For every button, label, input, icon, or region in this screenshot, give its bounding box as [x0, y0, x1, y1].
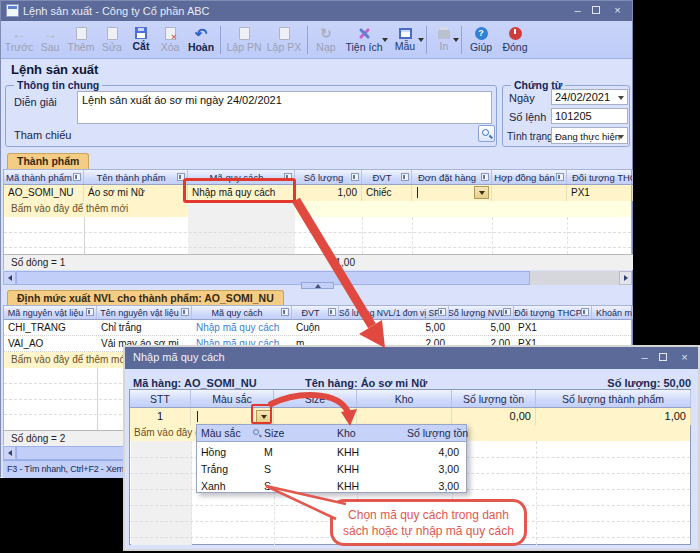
col-header[interactable]: Kho: [357, 390, 452, 407]
cell-cost-object[interactable]: PX1: [567, 185, 633, 201]
toolbar-print-button[interactable]: In: [430, 22, 458, 58]
scroll-left-icon[interactable]: [3, 446, 16, 460]
toolbar-delete-button[interactable]: Xóa: [155, 22, 185, 58]
popup-maximize-icon[interactable]: [659, 353, 667, 361]
cell-stt[interactable]: 1: [130, 408, 191, 425]
description-field[interactable]: Lệnh sản xuất áo sơ mi ngày 24/02/2021: [77, 91, 492, 124]
tab-products[interactable]: Thành phẩm: [7, 153, 89, 169]
column-icon[interactable]: [556, 173, 564, 181]
scroll-left-icon[interactable]: [3, 271, 16, 285]
products-summary-qty: 1,00: [295, 257, 355, 268]
col-header[interactable]: Tên thành phẩm: [84, 170, 188, 184]
column-icon[interactable]: [401, 173, 409, 181]
col-header[interactable]: Đơn đặt hàng: [412, 170, 492, 184]
col-header[interactable]: Số lượng NVL/1 đơn vị SP: [339, 306, 449, 319]
column-icon[interactable]: [503, 308, 511, 316]
col-header[interactable]: Size: [274, 390, 357, 407]
cell-stock-qty[interactable]: 0,00: [452, 408, 536, 425]
cell-unit[interactable]: Cuộn: [292, 320, 339, 335]
dd-col-kho[interactable]: Kho: [337, 427, 356, 439]
col-header[interactable]: Khoản m: [592, 306, 633, 319]
annotation-callout: Chọn mã quy cách trong danh sách hoặc tự…: [330, 499, 527, 546]
toolbar-add-button[interactable]: Thêm: [65, 22, 97, 58]
order-no-field[interactable]: 101205: [551, 108, 628, 124]
cell-material-code[interactable]: VAI_AO: [4, 336, 97, 351]
scroll-right-icon[interactable]: [619, 271, 632, 285]
cell-size[interactable]: [274, 408, 357, 425]
column-icon[interactable]: [581, 308, 589, 316]
tab-materials[interactable]: Định mức xuất NVL cho thành phẩm: AO_SOM…: [7, 290, 284, 305]
cell-unit[interactable]: Chiếc: [362, 185, 412, 201]
main-window-title: Lệnh sản xuất - Công ty Cổ phần ABC: [23, 5, 210, 17]
status-field[interactable]: Đang thực hiện: [551, 127, 628, 144]
text-cursor: [197, 411, 198, 422]
cell-contract[interactable]: [492, 185, 567, 201]
maximize-icon[interactable]: [592, 6, 600, 14]
cell-qty-per-unit[interactable]: 5,00: [339, 320, 449, 335]
col-header[interactable]: Hợp đồng bán: [492, 170, 567, 184]
cell-product-qty[interactable]: 1,00: [536, 408, 691, 425]
toolbar-lap-pn-button[interactable]: Lập PN: [224, 22, 264, 58]
toolbar-utilities-button[interactable]: Tiện ích: [341, 22, 387, 58]
col-header[interactable]: ĐVT: [292, 306, 339, 319]
col-header[interactable]: Mã quy cách: [192, 306, 292, 319]
column-icon[interactable]: [351, 173, 359, 181]
cell-order[interactable]: [412, 185, 492, 201]
date-field[interactable]: 24/02/2021: [551, 89, 628, 105]
toolbar-help-button[interactable]: ?Giúp: [465, 22, 497, 58]
dd-col-color[interactable]: Màu sắc: [201, 427, 241, 439]
delete-page-icon: [165, 27, 176, 40]
col-header[interactable]: Số lượng: [295, 170, 362, 184]
popup-minimize-icon[interactable]: –: [639, 352, 650, 363]
cell-qty[interactable]: 5,00: [449, 320, 514, 335]
col-header[interactable]: Mã thành phẩm: [4, 170, 84, 184]
toolbar-save-button[interactable]: Cắt: [127, 22, 155, 58]
toolbar-edit-button[interactable]: Sửa: [97, 22, 127, 58]
toolbar-forward-button[interactable]: →Sau: [35, 22, 65, 58]
col-header[interactable]: STT: [130, 390, 191, 407]
minimize-icon[interactable]: –: [572, 5, 583, 16]
col-header[interactable]: Tên nguyên vật liệu: [97, 306, 192, 319]
toolbar-close-button[interactable]: Đóng: [497, 22, 533, 58]
toolbar-lap-px-button[interactable]: Lập PX: [264, 22, 304, 58]
add-row-label: Bấm vào đây để thêm mới: [11, 203, 128, 214]
pin-icon[interactable]: [73, 173, 81, 181]
cell-material-name[interactable]: Chỉ trắng: [97, 320, 192, 335]
products-add-row[interactable]: Bấm vào đây để thêm mới: [4, 201, 631, 217]
chevron-down-icon: [618, 135, 624, 139]
products-row-count: Số dòng = 1: [11, 257, 65, 268]
column-icon[interactable]: [86, 308, 94, 316]
reference-lookup-button[interactable]: [478, 125, 495, 142]
dd-col-stock[interactable]: Số lượng tồn: [407, 427, 468, 439]
cell-material-code[interactable]: CHI_TRANG: [4, 320, 97, 335]
scrollbar-thumb[interactable]: [16, 271, 530, 285]
popup-close-icon[interactable]: ×: [679, 352, 690, 363]
cell-cost-object[interactable]: PX1: [514, 320, 592, 335]
dd-col-size[interactable]: Size: [264, 427, 284, 439]
order-dropdown-button[interactable]: [474, 186, 489, 199]
main-title-bar: Lệnh sản xuất - Công ty Cổ phần ABC – ×: [1, 1, 632, 21]
col-header[interactable]: Mã nguyên vật liệu: [4, 306, 97, 319]
column-icon[interactable]: [281, 308, 289, 316]
close-icon[interactable]: ×: [612, 5, 623, 16]
col-header[interactable]: Số lượng thành phẩm: [536, 390, 691, 407]
toolbar-template-button[interactable]: Mẫu: [387, 22, 423, 58]
toolbar-back-button[interactable]: ←Trước: [3, 22, 35, 58]
col-header[interactable]: Đối tượng THCP: [567, 170, 633, 184]
cell-product-code[interactable]: AO_SOMI_NU: [4, 185, 84, 201]
column-icon[interactable]: [481, 173, 489, 181]
cell-quantity[interactable]: 1,00: [295, 185, 362, 201]
column-icon[interactable]: [438, 308, 446, 316]
spec-link[interactable]: Nhập mã quy cách: [192, 320, 292, 335]
column-icon[interactable]: [181, 308, 189, 316]
col-header[interactable]: ĐVT: [362, 170, 412, 184]
toolbar-load-button[interactable]: ↻Nạp: [311, 22, 341, 58]
col-header[interactable]: Đối tượng THCP: [514, 306, 592, 319]
col-header[interactable]: Số lượng tồn: [452, 390, 536, 407]
cell-product-name[interactable]: Áo sơ mi Nữ: [84, 185, 188, 201]
cell-kho[interactable]: [357, 408, 452, 425]
splitter-collapse-button[interactable]: [301, 282, 334, 289]
col-header[interactable]: Số lượng NVL: [449, 306, 514, 319]
column-icon[interactable]: [328, 308, 336, 316]
toolbar-undo-button[interactable]: ↶Hoàn: [185, 22, 217, 58]
